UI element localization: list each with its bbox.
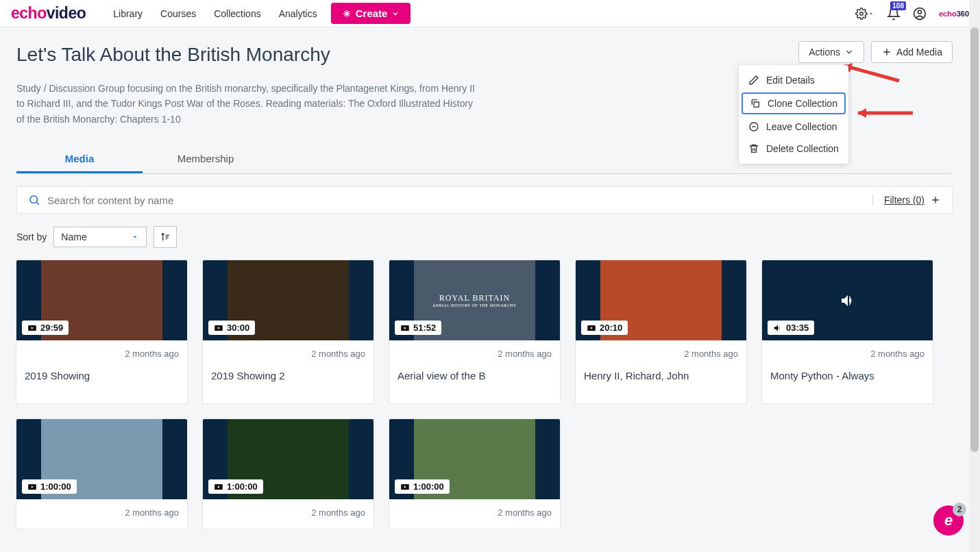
duration-text: 30:00	[227, 323, 249, 333]
tab-media[interactable]: Media	[16, 146, 143, 173]
card-title: Aerial view of the B	[397, 370, 552, 381]
dropdown-leave-collection[interactable]: Leave Collection	[739, 116, 848, 138]
trash-icon	[748, 143, 759, 154]
chat-bubble[interactable]: e 2	[933, 505, 964, 536]
media-thumbnail: 1:00:00	[389, 419, 560, 499]
duration-badge: 29:59	[22, 321, 69, 335]
create-button[interactable]: Create	[331, 3, 411, 24]
scroll-thumb[interactable]	[970, 27, 979, 452]
duration-badge: 1:00:00	[395, 479, 450, 494]
chat-letter: e	[944, 512, 953, 529]
actions-label: Actions	[809, 47, 840, 58]
add-media-button[interactable]: Add Media	[871, 41, 953, 63]
media-thumbnail: 1:00:00	[16, 419, 187, 499]
duration-badge: 51:52	[395, 321, 441, 335]
media-card[interactable]: 1:00:002 months ago	[16, 419, 187, 529]
duration-text: 51:52	[413, 323, 436, 333]
nav-courses[interactable]: Courses	[160, 8, 196, 19]
card-title: 2019 Showing 2	[211, 370, 365, 381]
annotation-arrow-2	[851, 103, 920, 123]
sort-label: Sort by	[16, 231, 47, 242]
chevron-down-icon	[391, 10, 400, 18]
media-card[interactable]: 30:002 months ago2019 Showing 2	[203, 260, 373, 403]
svg-point-2	[918, 10, 921, 14]
card-date: 2 months ago	[397, 507, 552, 518]
media-grid: 29:592 months ago2019 Showing30:002 mont…	[16, 260, 953, 529]
profile-button[interactable]	[913, 7, 927, 21]
media-card[interactable]: ROYAL BRITAINAERIAL HISTORY OF THE MONAR…	[389, 260, 560, 403]
pencil-icon	[748, 75, 759, 86]
sort-row: Sort by Name	[16, 226, 953, 248]
media-card[interactable]: 1:00:002 months ago	[389, 419, 560, 529]
main-content: Let's Talk About the British Monarchy St…	[0, 27, 969, 545]
card-title: 2019 Showing	[25, 370, 179, 381]
dropdown-delete-collection[interactable]: Delete Collection	[739, 138, 848, 160]
plus-icon	[881, 47, 892, 58]
dropdown-edit-details[interactable]: Edit Details	[739, 69, 848, 91]
sort-select[interactable]: Name	[53, 227, 147, 247]
chevron-down-icon	[868, 10, 874, 17]
actions-button[interactable]: Actions	[798, 41, 864, 63]
create-label: Create	[356, 8, 388, 19]
dropdown-item-label: Clone Collection	[768, 98, 837, 109]
chevron-down-icon	[131, 233, 139, 241]
thumb-overlay-text: ROYAL BRITAINAERIAL HISTORY OF THE MONAR…	[389, 293, 560, 308]
media-thumbnail: 03:35	[762, 260, 933, 340]
media-thumbnail: 30:00	[203, 260, 373, 340]
dropdown-item-label: Delete Collection	[766, 143, 839, 154]
card-date: 2 months ago	[25, 349, 179, 359]
duration-badge: 1:00:00	[208, 479, 263, 494]
plus-icon	[930, 195, 941, 205]
sparkle-icon	[342, 9, 352, 18]
gear-icon	[855, 8, 868, 20]
media-card[interactable]: 29:592 months ago2019 Showing	[16, 260, 187, 403]
user-icon	[913, 7, 927, 21]
card-title: Henry II, Richard, John	[584, 370, 738, 381]
filters-button[interactable]: Filters (0)	[872, 195, 941, 205]
tab-membership[interactable]: Membership	[143, 146, 269, 173]
duration-text: 29:59	[40, 323, 63, 333]
settings-button[interactable]	[855, 8, 874, 20]
sort-direction-button[interactable]	[154, 226, 177, 248]
nav-links: Library Courses Collections Analytics	[113, 8, 317, 19]
duration-text: 1:00:00	[413, 481, 444, 492]
media-card[interactable]: 20:102 months agoHenry II, Richard, John	[576, 260, 746, 403]
chevron-down-icon	[844, 47, 854, 57]
media-card[interactable]: 1:00:002 months ago	[203, 419, 373, 529]
sort-icon	[160, 231, 171, 242]
card-title: Monty Python - Always	[770, 370, 924, 381]
svg-rect-3	[754, 102, 759, 107]
audio-icon	[840, 292, 856, 309]
card-date: 2 months ago	[25, 507, 179, 518]
media-thumbnail: 1:00:00	[203, 419, 373, 499]
duration-badge: 03:35	[768, 321, 814, 335]
media-thumbnail: 20:10	[576, 260, 746, 340]
duration-text: 20:10	[600, 323, 622, 333]
search-bar: Filters (0)	[16, 186, 953, 214]
nav-analytics[interactable]: Analytics	[279, 8, 317, 19]
dropdown-item-label: Leave Collection	[766, 121, 837, 132]
page-description: Study / Discussion Group focusing on the…	[16, 81, 476, 127]
media-thumbnail: ROYAL BRITAINAERIAL HISTORY OF THE MONAR…	[389, 260, 560, 340]
nav-collections[interactable]: Collections	[214, 8, 260, 19]
sort-value: Name	[61, 231, 86, 242]
media-card[interactable]: 03:352 months agoMonty Python - Always	[762, 260, 933, 403]
top-actions: Actions Add Media	[798, 41, 953, 63]
filters-label: Filters (0)	[884, 195, 924, 205]
logo[interactable]: echovideo	[11, 4, 86, 23]
duration-badge: 20:10	[581, 321, 628, 335]
svg-point-5	[30, 196, 38, 203]
duration-text: 1:00:00	[40, 481, 71, 492]
dropdown-clone-collection[interactable]: Clone Collection	[742, 92, 846, 114]
card-date: 2 months ago	[211, 507, 365, 518]
card-date: 2 months ago	[584, 349, 738, 359]
notifications-button[interactable]: 108	[887, 7, 901, 21]
duration-text: 1:00:00	[227, 481, 258, 492]
search-input[interactable]	[47, 195, 872, 206]
brand-mini: echo360	[939, 10, 969, 18]
scrollbar[interactable]	[969, 0, 980, 545]
notification-badge: 108	[890, 1, 906, 10]
nav-library[interactable]: Library	[113, 8, 143, 19]
card-date: 2 months ago	[211, 349, 365, 359]
minus-circle-icon	[748, 121, 759, 132]
